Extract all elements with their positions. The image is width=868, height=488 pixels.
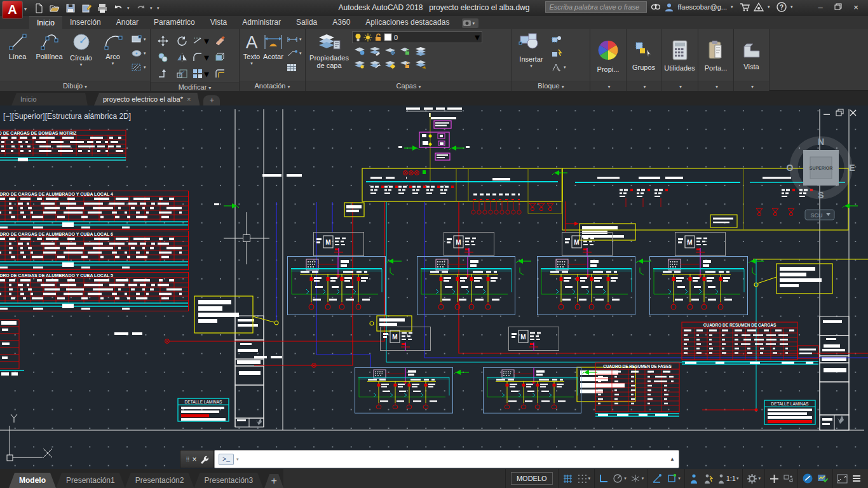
open-file-button[interactable] — [48, 2, 62, 15]
command-line-handle[interactable]: ⣿ × — [180, 450, 214, 468]
layer-unlock-button[interactable] — [398, 44, 413, 58]
rectangulo-button[interactable]: ▾ — [130, 34, 147, 45]
desplazar-button[interactable] — [153, 32, 172, 49]
tabla-button[interactable] — [285, 62, 303, 73]
ribbon-tab-a360[interactable]: A360 — [325, 16, 358, 29]
layout-tab-presentacion3[interactable]: Presentación3 — [194, 473, 263, 488]
sombreado-button[interactable]: ▾ — [130, 62, 147, 73]
account-dropdown-icon[interactable]: ▾ — [731, 4, 736, 10]
layer-merge-button[interactable] — [413, 58, 428, 71]
command-close-icon[interactable]: × — [192, 455, 196, 464]
ribbon-tab-insercion[interactable]: Inserción — [62, 16, 109, 29]
layer-states-button[interactable] — [413, 44, 428, 58]
new-layout-button[interactable]: + — [264, 474, 283, 488]
panel-utilidades[interactable]: Utilidades ▾ — [661, 29, 698, 91]
viewcube[interactable]: N O E S SUPERIOR SCU — [787, 137, 855, 220]
cota-button[interactable]: ▾ — [285, 34, 303, 45]
ortho-toggle[interactable] — [597, 471, 610, 486]
copiar-button[interactable] — [153, 49, 172, 65]
command-dropdown-icon[interactable]: ▾ — [236, 457, 239, 462]
save-as-button[interactable] — [79, 2, 93, 15]
a360-icon[interactable] — [754, 3, 764, 11]
help-dropdown-icon[interactable]: ▾ — [790, 4, 796, 10]
ribbon-tab-aplicaciones[interactable]: Aplicaciones destacadas — [358, 16, 457, 29]
redo-button[interactable] — [134, 2, 148, 15]
redo-dropdown-icon[interactable]: ▾ — [150, 6, 155, 11]
panel-label-capas[interactable]: Capas▾ — [306, 81, 512, 91]
qat-customize-icon[interactable]: ▾ — [157, 6, 162, 11]
panel-label-bloque[interactable]: Bloque▾ — [512, 81, 590, 91]
recortar-button[interactable]: ▾ — [191, 32, 210, 49]
layer-freeze-button[interactable] — [383, 44, 398, 58]
restore-button[interactable] — [834, 3, 843, 12]
atributos-button[interactable]: ▾ — [550, 62, 567, 73]
panel-label-portapapeles[interactable]: ▾ — [698, 81, 733, 91]
isolate-objects-button[interactable] — [782, 471, 795, 486]
polilinea-button[interactable]: Polilínea — [34, 31, 64, 79]
workspace-switching-button[interactable]: ▾ — [745, 471, 762, 486]
polar-tracking-toggle[interactable]: ▾ — [611, 471, 628, 486]
layout-tab-presentacion2[interactable]: Presentación2 — [125, 473, 194, 488]
layout-tab-modelo[interactable]: Modelo — [9, 473, 56, 488]
panel-propiedades[interactable]: Propi... ▾ — [590, 29, 627, 91]
borrar-button[interactable] — [210, 32, 229, 49]
grid-toggle[interactable] — [561, 471, 574, 486]
undo-dropdown-icon[interactable]: ▾ — [127, 6, 132, 11]
insertar-button[interactable]: Insertar ▾ — [515, 31, 548, 79]
command-input[interactable]: >_ ▾ ▲ — [214, 450, 679, 468]
snap-mode-toggle[interactable]: ▾ — [576, 471, 592, 486]
simetria-button[interactable] — [172, 49, 191, 65]
command-history-icon[interactable]: ▲ — [670, 456, 675, 462]
plot-button[interactable] — [95, 2, 109, 15]
layer-dropdown-arrow[interactable]: ▾ — [475, 31, 480, 43]
command-grip-icon[interactable]: ⣿ — [186, 458, 189, 461]
command-wrench-icon[interactable] — [200, 455, 208, 464]
panel-label-utilidades[interactable]: ▾ — [661, 81, 698, 91]
girar-button[interactable] — [172, 32, 191, 49]
crear-bloque-button[interactable] — [550, 34, 567, 45]
a360-dropdown-icon[interactable]: ▾ — [768, 4, 773, 10]
model-space-toggle[interactable]: MODELO — [511, 472, 553, 485]
arco-button[interactable]: Arco ▾ — [98, 31, 128, 79]
annotation-scale-button[interactable]: 1:1▾ — [715, 471, 740, 486]
desfase-button[interactable] — [210, 65, 229, 82]
new-drawing-tab-button[interactable]: + — [203, 95, 220, 105]
editar-atributos-button[interactable] — [550, 48, 567, 59]
elipse-button[interactable]: ▾ — [130, 48, 147, 59]
ribbon-tab-inicio[interactable]: Inicio — [29, 16, 62, 29]
ribbon-tab-salida[interactable]: Salida — [288, 16, 325, 29]
file-tab-inicio[interactable]: Inicio — [11, 93, 88, 105]
file-tab-close-icon[interactable]: × — [187, 95, 191, 103]
app-menu-button[interactable]: A — [2, 1, 23, 19]
hardware-acceleration-button[interactable] — [801, 471, 815, 486]
account-name[interactable]: ffaescobar@g... — [677, 3, 727, 11]
layer-isolate-button[interactable] — [352, 44, 367, 58]
search-icon[interactable] — [651, 3, 661, 11]
object-snap-tracking-toggle[interactable] — [651, 471, 664, 486]
directriz-button[interactable]: ▾ — [285, 48, 303, 59]
panel-portapapeles[interactable]: Porta... ▾ — [698, 29, 734, 91]
drawing-canvas[interactable]: [−][Superior][Estructura alámbrica 2D] M — [0, 105, 868, 469]
app-menu-arrow-icon[interactable]: ▾ — [24, 6, 27, 12]
save-button[interactable] — [64, 2, 78, 15]
close-button[interactable]: × — [851, 3, 860, 12]
layer-thaw-button[interactable] — [383, 58, 398, 71]
annotation-visibility-toggle[interactable] — [688, 471, 700, 486]
layer-lock-button[interactable] — [398, 58, 413, 71]
customization-plus-button[interactable] — [768, 471, 780, 486]
clean-screen-button[interactable] — [836, 471, 849, 486]
help-icon[interactable]: ? — [776, 2, 787, 12]
layout-tab-presentacion1[interactable]: Presentación1 — [56, 473, 125, 488]
account-icon[interactable] — [665, 3, 674, 11]
autoscale-toggle[interactable] — [702, 471, 714, 486]
ribbon-display-toggle[interactable]: ▾ — [462, 18, 478, 28]
propiedades-capa-button[interactable]: Propiedadesde capa — [308, 31, 350, 79]
ribbon-tab-administrar[interactable]: Administrar — [234, 16, 288, 29]
layer-match-button[interactable] — [367, 44, 383, 58]
layer-off-button[interactable] — [352, 58, 367, 71]
file-tab-drawing[interactable]: proyecto electrico el alba*× — [94, 93, 200, 105]
escala-button[interactable] — [172, 65, 191, 82]
acotar-button[interactable]: Acotar — [263, 31, 283, 79]
descomponer-button[interactable] — [210, 49, 229, 65]
viewport-window-buttons[interactable] — [824, 109, 856, 116]
